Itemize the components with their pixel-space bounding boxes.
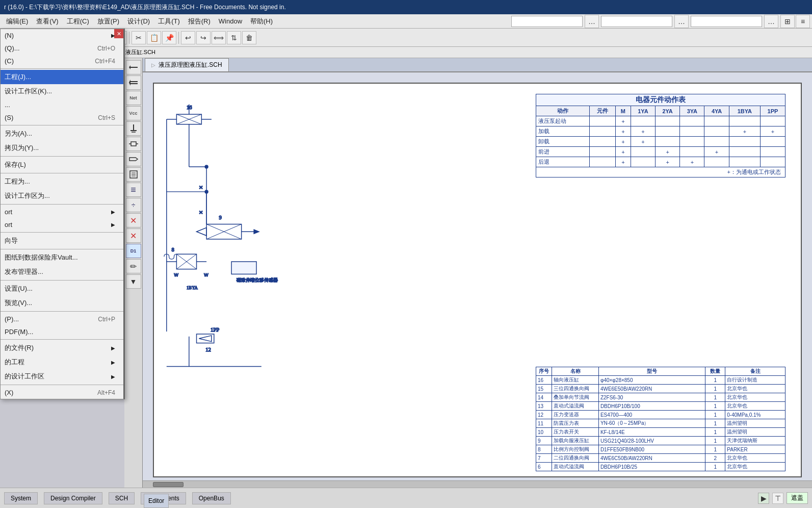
dm-item-print-pdf[interactable]: PDF(M)... bbox=[1, 325, 123, 338]
search-input-1[interactable] bbox=[511, 16, 583, 27]
schematic-content: 电器元件动作表 动作 元件 M 1YA 2YA 3YA 4YA 1BYA 1PP… bbox=[153, 83, 802, 477]
side-icon-gnd[interactable] bbox=[126, 121, 141, 136]
search-btn-1[interactable]: … bbox=[585, 15, 599, 28]
dm-item-new[interactable]: (N)▶ bbox=[1, 29, 123, 42]
dm-item-settings[interactable]: 设置(U)... bbox=[1, 282, 123, 296]
status-tab-compiler[interactable]: Design Compiler bbox=[44, 492, 102, 504]
tb-copy[interactable]: 📋 bbox=[147, 31, 161, 44]
dm-item-recent-workspaces[interactable]: 的设计工作区▶ bbox=[1, 369, 123, 384]
menu-view[interactable]: 查看(V) bbox=[32, 16, 62, 27]
dm-item-preview[interactable]: 预览(V)... bbox=[1, 296, 123, 310]
dm-item-open[interactable]: (Q)...Ctrl+O bbox=[1, 42, 123, 55]
tb-del[interactable]: 🗑 bbox=[242, 31, 256, 44]
menu-tools[interactable]: 工具(T) bbox=[154, 16, 184, 27]
search-input-2[interactable] bbox=[601, 16, 672, 27]
dm-sep-3 bbox=[1, 156, 123, 157]
bom-row-6: 6 直动式溢流阀 DBDH6P10B/25 1 北京华也 bbox=[536, 463, 785, 471]
dm-item-release-mgr[interactable]: 发布管理器... bbox=[1, 265, 123, 279]
tb-redo[interactable]: ↪ bbox=[196, 31, 211, 44]
table-title: 电器元件动作表 bbox=[536, 94, 785, 106]
side-icon-cross1[interactable]: ✕ bbox=[126, 213, 141, 227]
dm-item-exit[interactable]: (X)Alt+F4 bbox=[1, 386, 123, 399]
bom-row-11: 11 防震压力表 YN-60（0～25MPa） 1 温州望明 bbox=[536, 419, 785, 428]
dm-item-save[interactable]: (S)Ctrl+S bbox=[1, 111, 123, 124]
menu-window[interactable]: Window bbox=[215, 16, 246, 26]
status-run-btn[interactable]: ▶ bbox=[758, 493, 769, 504]
grid-btn[interactable]: ⊞ bbox=[780, 15, 795, 28]
bom-row-9: 9 加载向服液压缸 USG21Q40/28-100LHV 1 天津优瑞纳斯 bbox=[536, 437, 785, 445]
status-tab-openbus[interactable]: OpenBus bbox=[192, 492, 231, 504]
menu-design[interactable]: 设计(D) bbox=[123, 16, 154, 27]
side-icon-sheet[interactable] bbox=[126, 167, 141, 182]
svg-rect-54 bbox=[231, 262, 256, 274]
dm-item-save-all[interactable]: 保存(L) bbox=[1, 158, 123, 172]
side-icon-vcc[interactable]: Vcc bbox=[126, 106, 141, 120]
svg-marker-24 bbox=[197, 227, 207, 236]
svg-text:9: 9 bbox=[219, 214, 222, 220]
bom-row-10: 10 压力表开关 KF-L8/14E 1 温州望明 bbox=[536, 428, 785, 437]
schematic-area: 电器元件动作表 动作 元件 M 1YA 2YA 3YA 4YA 1BYA 1PP… bbox=[143, 72, 812, 488]
tb-paste[interactable]: 📌 bbox=[162, 31, 176, 44]
side-icon-port[interactable] bbox=[126, 152, 141, 166]
bom-row-15: 15 三位四通换向阀 4WE6E50B/AW220RN 1 北京华也 bbox=[536, 385, 785, 393]
dm-item-import[interactable]: ort▶ bbox=[1, 206, 123, 218]
menu-help[interactable]: 帮助(H) bbox=[246, 16, 277, 27]
side-icon-down[interactable]: ▼ bbox=[126, 274, 141, 289]
dm-sep-8 bbox=[1, 280, 123, 281]
dm-item-vault[interactable]: 图纸到数据保险库Vault... bbox=[1, 250, 123, 265]
status-tab-sch[interactable]: SCH bbox=[109, 492, 135, 504]
svg-rect-5 bbox=[131, 142, 136, 146]
dm-item-wizard[interactable]: 向导 bbox=[1, 234, 123, 248]
svg-text:✕: ✕ bbox=[199, 210, 203, 215]
menu-edit[interactable]: 编辑(E) bbox=[2, 16, 32, 27]
tab-label: 液压原理图液压缸.SCH bbox=[159, 61, 222, 69]
tb-cut[interactable]: ✂ bbox=[132, 31, 146, 44]
side-icon-pen[interactable]: ✏ bbox=[126, 259, 141, 273]
menu-report[interactable]: 报告(R) bbox=[184, 16, 215, 27]
dm-item-recent-projects[interactable]: 的工程▶ bbox=[1, 355, 123, 369]
dropdown-menu: ✕ (N)▶ (Q)...Ctrl+O (C)Ctrl+F4 工程(J)... … bbox=[0, 29, 125, 399]
dm-item-dots[interactable]: ... bbox=[1, 98, 123, 111]
search-input-3[interactable] bbox=[691, 16, 762, 27]
menu-project[interactable]: 工程(C) bbox=[63, 16, 93, 27]
search-btn-3[interactable]: … bbox=[764, 15, 778, 28]
h-scroll-thumb[interactable] bbox=[153, 482, 184, 487]
dm-item-save-as[interactable]: 另为(A)... bbox=[1, 126, 123, 141]
side-icon-note[interactable]: ÷ bbox=[126, 198, 141, 212]
bom-row-8: 8 比例方向控制阀 D1FFE50FB9NB00 1 PARKER bbox=[536, 445, 785, 454]
svg-text:12: 12 bbox=[205, 346, 211, 352]
dm-item-open-project[interactable]: 工程(J)... bbox=[1, 70, 123, 84]
tab-bar: ▷ 液压原理图液压缸.SCH bbox=[143, 58, 812, 72]
menu-place[interactable]: 放置(P) bbox=[93, 16, 123, 27]
tab-schematic[interactable]: ▷ 液压原理图液压缸.SCH bbox=[145, 58, 229, 71]
tb-undo[interactable]: ↩ bbox=[181, 31, 195, 44]
bom-row-16: 16 轴向液压缸 φ40×φ28×850 1 自行设计制造 bbox=[536, 376, 785, 385]
side-icon-wire[interactable] bbox=[126, 60, 141, 74]
dm-item-workspace[interactable]: 设计工作区(K)... bbox=[1, 84, 123, 98]
dm-item-print[interactable]: (P)...Ctrl+P bbox=[1, 313, 123, 325]
dm-sep-5 bbox=[1, 204, 123, 205]
side-icon-bus[interactable] bbox=[126, 75, 141, 90]
dm-item-close[interactable]: (C)Ctrl+F4 bbox=[1, 55, 123, 67]
dm-item-save-workspace-as[interactable]: 设计工作区为... bbox=[1, 189, 123, 203]
justify-btn[interactable]: ≡ bbox=[796, 15, 810, 28]
dm-item-save-project-as[interactable]: 工程为... bbox=[1, 174, 123, 189]
side-icon-param[interactable]: ≡ bbox=[126, 183, 141, 197]
bom-row-13: 13 直动式溢流阀 DBDH6P10B/100 1 北京华也 bbox=[536, 402, 785, 411]
tb-align[interactable]: ⟺ bbox=[212, 31, 226, 44]
search-btn-2[interactable]: … bbox=[674, 15, 689, 28]
dm-sep-9 bbox=[1, 311, 123, 312]
svg-text:磁致伸缩位移传感器: 磁致伸缩位移传感器 bbox=[236, 277, 278, 283]
side-icon-comp[interactable] bbox=[126, 137, 141, 151]
status-tab-system[interactable]: System bbox=[4, 492, 38, 504]
dm-item-copy-as[interactable]: 拷贝为(Y)... bbox=[1, 141, 123, 155]
status-filter-btn[interactable]: ⊤ bbox=[772, 493, 783, 504]
tb-mirror[interactable]: ⇅ bbox=[227, 31, 241, 44]
side-icon-net[interactable]: Net bbox=[126, 91, 141, 105]
dm-item-recent-files[interactable]: 的文件(R)▶ bbox=[1, 341, 123, 355]
side-icon-cross2[interactable]: ✕ bbox=[126, 228, 141, 243]
dm-item-export[interactable]: ort▶ bbox=[1, 218, 123, 231]
h-scrollbar[interactable] bbox=[143, 480, 812, 488]
menu-bar: 编辑(E) 查看(V) 工程(C) 放置(P) 设计(D) 工具(T) 报告(R… bbox=[0, 14, 812, 29]
side-icon-d1[interactable]: D1 bbox=[126, 244, 141, 258]
